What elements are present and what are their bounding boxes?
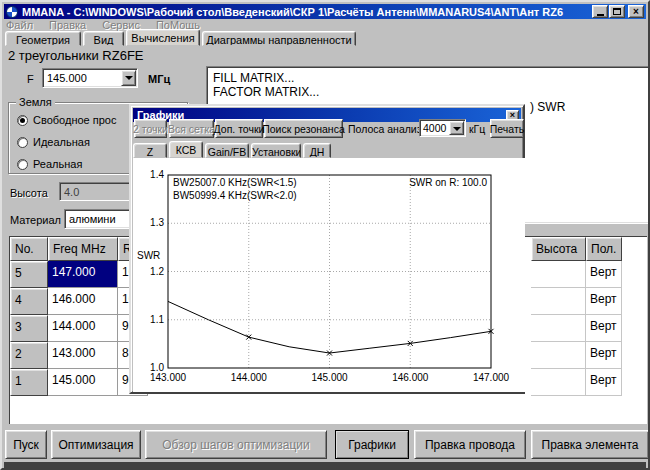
- close-button[interactable]: ×: [628, 5, 644, 18]
- svg-text:1.2: 1.2: [150, 266, 164, 277]
- menu-edit[interactable]: Правка: [49, 19, 86, 31]
- svg-text:1.4: 1.4: [150, 169, 164, 180]
- col-header-height: Высота: [531, 237, 586, 261]
- dialog-tab-z[interactable]: Z: [133, 143, 167, 158]
- cell-freq[interactable]: 147.000: [48, 261, 118, 288]
- radio-ideal-circle: [17, 137, 28, 148]
- restore-button[interactable]: [609, 5, 625, 18]
- material-label: Материал: [10, 214, 61, 226]
- svg-text:146.000: 146.000: [392, 372, 429, 383]
- cell-pol[interactable]: Верт: [586, 315, 622, 342]
- print-button[interactable]: Печать: [490, 119, 524, 138]
- antenna-name-heading: 2 треугольники RZ6FE: [8, 48, 144, 63]
- cell-height[interactable]: [531, 342, 586, 369]
- radio-free-space-circle: [17, 115, 28, 126]
- log-line-1: FILL MATRIX...: [213, 71, 294, 85]
- row-header[interactable]: 5: [10, 261, 48, 288]
- height-value: 4.0: [64, 186, 79, 198]
- cell-height[interactable]: [531, 315, 586, 342]
- height-input[interactable]: 4.0: [59, 182, 137, 201]
- edit-element-button[interactable]: Правка элемента: [531, 430, 649, 459]
- svg-text:143.000: 143.000: [150, 372, 187, 383]
- band-label: Полоса анализа: [348, 123, 427, 135]
- col-header-no: No.: [10, 237, 48, 261]
- edit-wire-button[interactable]: Правка провода: [414, 430, 526, 459]
- row-header[interactable]: 2: [10, 342, 48, 369]
- cell-freq[interactable]: 146.000: [48, 288, 118, 315]
- band-dropdown-button[interactable]: [449, 121, 464, 135]
- frequency-dropdown-button[interactable]: [121, 70, 136, 86]
- band-value: 4000: [423, 122, 446, 134]
- svg-text:1.3: 1.3: [150, 217, 164, 228]
- minimize-button[interactable]: [592, 5, 608, 18]
- cell-height[interactable]: [531, 288, 586, 315]
- material-combobox[interactable]: алюмини: [64, 209, 134, 229]
- svg-text:SWR on R: 100.0: SWR on R: 100.0: [409, 177, 487, 188]
- ground-groupbox-label: Земля: [16, 96, 55, 108]
- cell-pol[interactable]: Верт: [586, 342, 622, 369]
- frequency-label: F: [27, 73, 34, 85]
- col-header-pol: Пол.: [586, 237, 622, 261]
- tab-radiation-patterns[interactable]: Диаграммы направленности: [202, 31, 356, 46]
- swr-chart: 1.01.11.21.31.4143.000144.000145.000146.…: [133, 159, 525, 393]
- bottom-edge-strip: [4, 462, 646, 468]
- extra-points-button[interactable]: Доп. точки: [215, 119, 263, 138]
- radio-ideal-label: Идеальная: [33, 136, 90, 148]
- menu-file[interactable]: Файл: [6, 19, 33, 31]
- band-unit: кГц: [469, 123, 485, 135]
- radio-real[interactable]: Реальная: [17, 158, 82, 170]
- dialog-tab-swr[interactable]: КСВ: [169, 141, 203, 158]
- find-resonance-button[interactable]: Поиск резонанса: [264, 119, 343, 138]
- title-bar: MMANA - C:\WINDOWS\Рабочий стол\Введенск…: [4, 4, 646, 19]
- cell-height[interactable]: [531, 369, 586, 396]
- svg-text:SWR: SWR: [137, 250, 160, 261]
- swr-chart-panel: 1.01.11.21.31.4143.000144.000145.000146.…: [133, 158, 525, 392]
- material-value: алюмини: [69, 213, 116, 225]
- mmana-main-window: MMANA - C:\WINDOWS\Рабочий стол\Введенск…: [0, 0, 650, 470]
- optimize-button[interactable]: Оптимизация: [51, 430, 141, 459]
- cell-pol[interactable]: Верт: [586, 261, 622, 288]
- run-button[interactable]: Пуск: [5, 430, 47, 459]
- tab-calculations[interactable]: Вычисления: [126, 29, 200, 46]
- cell-pol[interactable]: Верт: [586, 369, 622, 396]
- svg-text:144.000: 144.000: [231, 372, 268, 383]
- close-icon: ×: [633, 6, 639, 17]
- window-title: MMANA - C:\WINDOWS\Рабочий стол\Введенск…: [22, 6, 591, 18]
- radio-real-label: Реальная: [33, 158, 82, 170]
- row-header[interactable]: 1: [10, 369, 48, 396]
- svg-text:BW50999.4 KHz(SWR<2.0): BW50999.4 KHz(SWR<2.0): [173, 190, 297, 201]
- chevron-down-icon: [125, 76, 133, 80]
- log-line-3-fragment: ) SWR: [530, 100, 565, 114]
- app-icon: [6, 6, 18, 18]
- frequency-unit: МГц: [148, 73, 170, 85]
- row-header[interactable]: 4: [10, 288, 48, 315]
- tab-view[interactable]: Вид: [83, 31, 124, 46]
- cell-freq[interactable]: 143.000: [48, 342, 118, 369]
- dialog-tab-dn[interactable]: ДН: [303, 143, 331, 158]
- band-combobox[interactable]: 4000: [419, 119, 466, 137]
- radio-ideal[interactable]: Идеальная: [17, 136, 90, 148]
- svg-text:BW25007.0 KHz(SWR<1.5): BW25007.0 KHz(SWR<1.5): [173, 177, 297, 188]
- charts-button[interactable]: Графики: [335, 430, 409, 459]
- dialog-tab-gainfb[interactable]: Gain/FB: [205, 143, 249, 158]
- cell-freq[interactable]: 145.000: [48, 369, 118, 396]
- col-header-freq: Freq MHz: [48, 237, 118, 261]
- chevron-down-icon: [453, 127, 461, 131]
- log-line-2: FACTOR MATRIX...: [213, 85, 319, 99]
- charts-dialog: Графики × 2 точки Вся сетка Доп. точки П…: [129, 104, 525, 394]
- all-grid-button[interactable]: Вся сетка: [169, 119, 214, 138]
- svg-text:147.000: 147.000: [473, 372, 510, 383]
- cell-pol[interactable]: Верт: [586, 288, 622, 315]
- two-points-button[interactable]: 2 точки: [134, 119, 167, 138]
- row-header[interactable]: 3: [10, 315, 48, 342]
- cell-height[interactable]: [531, 261, 586, 288]
- tab-geometry[interactable]: Геометрия: [5, 31, 81, 46]
- radio-real-circle: [17, 159, 28, 170]
- dialog-tab-settings[interactable]: Установки: [251, 143, 301, 158]
- optimization-steps-button[interactable]: Обзор шагов оптимизации: [145, 430, 327, 459]
- frequency-value: 145.000: [47, 72, 87, 84]
- frequency-combobox[interactable]: 145.000: [42, 68, 138, 88]
- radio-free-space[interactable]: Свободное прос: [17, 114, 116, 126]
- svg-text:145.000: 145.000: [311, 372, 348, 383]
- cell-freq[interactable]: 144.000: [48, 315, 118, 342]
